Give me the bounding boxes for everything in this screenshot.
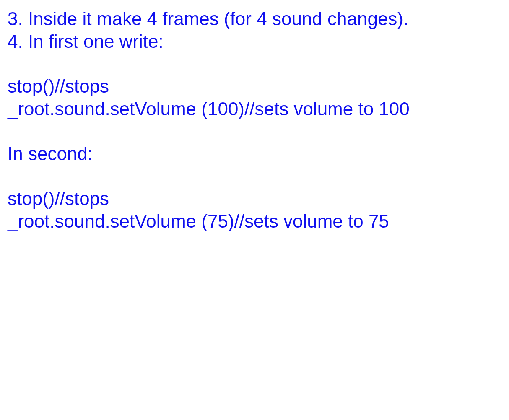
code-line: stop()//stops: [8, 187, 509, 210]
text-line: [8, 52, 509, 75]
code-line: _root.sound.setVolume (100)//sets volume…: [8, 98, 509, 120]
code-line: _root.sound.setVolume (75)//sets volume …: [8, 210, 509, 233]
tutorial-text-block: 3. Inside it make 4 frames (for 4 sound …: [0, 0, 509, 233]
code-line: stop()//stops: [8, 75, 509, 98]
text-line: 3. Inside it make 4 frames (for 4 sound …: [8, 8, 509, 30]
text-line: [8, 165, 509, 188]
text-line: In second:: [8, 143, 509, 165]
text-line: [8, 120, 509, 143]
text-line: 4. In first one write:: [8, 30, 509, 53]
